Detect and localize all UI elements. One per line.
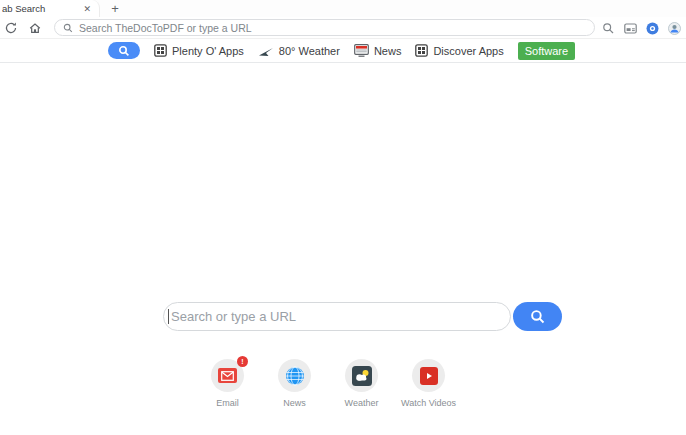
shortcut-circle: ! [211, 359, 244, 392]
bookmark-search-pill[interactable] [108, 42, 140, 59]
search-icon [530, 309, 545, 324]
text-caret [168, 309, 169, 324]
bookmark-label: Discover Apps [433, 45, 503, 57]
tab-close-icon[interactable]: ✕ [81, 4, 93, 14]
shortcut-circle [345, 359, 378, 392]
shortcut-watch-videos[interactable]: Watch Videos [395, 359, 462, 408]
bookmark-label: Plenty O' Apps [172, 45, 244, 57]
browser-toolbar: Search TheDocToPDF or type a URL [0, 17, 686, 39]
notification-badge: ! [237, 356, 248, 367]
shortcut-label: Email [216, 398, 239, 408]
globe-icon [285, 366, 305, 386]
extension-icon[interactable] [646, 22, 659, 35]
apps-grid-icon [154, 44, 167, 57]
browser-window: ab Search ✕ + Search TheDocToPDF or type… [0, 0, 686, 435]
new-tab-page: ! Email News [0, 63, 686, 435]
search-input[interactable] [163, 302, 511, 331]
profile-avatar-icon[interactable] [668, 22, 681, 35]
sun-cloud-icon [352, 366, 372, 386]
software-button[interactable]: Software [518, 42, 575, 60]
bookmark-item-news[interactable]: News [354, 44, 402, 57]
email-envelope-icon [218, 368, 237, 383]
bookmark-label: 80° Weather [279, 45, 340, 57]
newspaper-icon [354, 44, 369, 57]
browser-tab[interactable]: ab Search ✕ [0, 0, 100, 17]
shortcuts-row: ! Email News [194, 359, 462, 408]
shortcut-weather[interactable]: Weather [328, 359, 395, 408]
address-bar[interactable]: Search TheDocToPDF or type a URL [54, 19, 595, 36]
shortcut-label: News [283, 398, 306, 408]
zoom-icon[interactable] [602, 22, 615, 35]
apps-grid-icon [415, 44, 428, 57]
bookmark-item-discover-apps[interactable]: Discover Apps [415, 44, 503, 57]
shortcut-circle [412, 359, 445, 392]
bookmark-item-plenty-o-apps[interactable]: Plenty O' Apps [154, 44, 244, 57]
bookmark-label: News [374, 45, 402, 57]
bookmarks-bar: Plenty O' Apps 80° Weather News [0, 39, 686, 63]
shortcut-label: Weather [345, 398, 379, 408]
address-bar-text: Search TheDocToPDF or type a URL [79, 22, 252, 34]
home-icon[interactable] [28, 21, 42, 35]
search-icon [63, 23, 73, 33]
tab-strip: ab Search ✕ + [0, 0, 686, 17]
shortcut-email[interactable]: ! Email [194, 359, 261, 408]
weather-swoosh-icon [258, 45, 274, 57]
tab-title: ab Search [2, 3, 81, 14]
toolbar-right-icons [602, 20, 681, 36]
shortcut-label: Watch Videos [401, 398, 456, 408]
search-button[interactable] [513, 302, 562, 331]
reload-icon[interactable] [4, 21, 18, 35]
shortcut-circle [278, 359, 311, 392]
new-tab-button[interactable]: + [107, 1, 123, 17]
play-video-icon [420, 367, 438, 385]
bookmark-item-weather[interactable]: 80° Weather [258, 45, 340, 57]
search-icon [118, 45, 130, 57]
reading-list-icon[interactable] [624, 22, 637, 35]
shortcut-news[interactable]: News [261, 359, 328, 408]
